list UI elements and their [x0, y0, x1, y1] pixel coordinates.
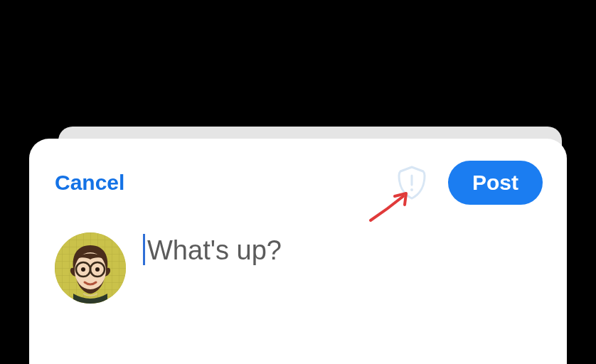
compose-input-wrap: [143, 232, 543, 266]
svg-point-1: [410, 188, 413, 191]
shield-warning-icon[interactable]: [397, 166, 427, 199]
post-button[interactable]: Post: [448, 161, 543, 205]
svg-point-8: [81, 267, 85, 272]
compose-input[interactable]: [143, 235, 543, 266]
app-stage: Cancel Post: [0, 0, 596, 364]
compose-sheet: Cancel Post: [29, 139, 567, 364]
compose-header: Cancel Post: [55, 160, 543, 205]
cancel-button[interactable]: Cancel: [55, 171, 124, 195]
svg-point-9: [95, 267, 100, 272]
compose-body: [55, 232, 543, 304]
text-cursor: [143, 234, 145, 265]
header-right-controls: Post: [397, 161, 543, 205]
avatar[interactable]: [55, 232, 126, 304]
